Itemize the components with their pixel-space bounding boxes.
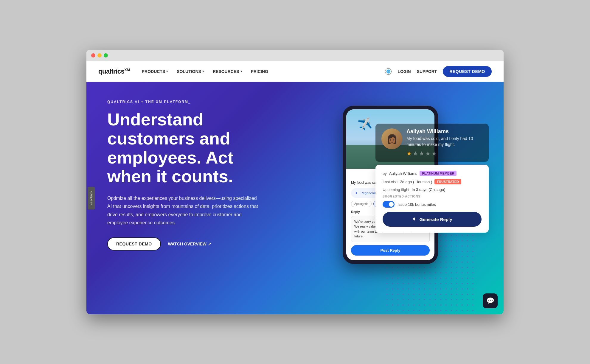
sparkle-icon: ✦	[355, 191, 358, 195]
by-label: by	[383, 171, 387, 176]
reviewer-name: Aaliyah Williams	[406, 128, 483, 135]
minimize-button[interactable]	[97, 53, 102, 57]
generate-reply-label: Generate Reply	[419, 217, 452, 222]
platinum-badge: PLATINUM MEMBER	[420, 171, 457, 176]
crm-card: by Aaliyah Williams PLATINUM MEMBER Last…	[375, 165, 489, 233]
post-reply-button[interactable]: Post Reply	[351, 245, 430, 256]
chevron-down-icon: ▾	[202, 70, 204, 73]
plane-icon: ✈️	[357, 117, 373, 132]
watch-overview-button[interactable]: WATCH OVERVIEW ↗	[168, 242, 211, 246]
chevron-down-icon: ▾	[166, 70, 168, 73]
star-4: ★	[425, 150, 431, 157]
action-text: Issue 10k bonus miles	[398, 202, 436, 207]
star-1: ★	[406, 150, 412, 157]
review-info: Aaliyah Williams My food was cold, and I…	[406, 128, 483, 157]
nav-links: PRODUCTS ▾ SOLUTIONS ▾ RESOURCES ▾ PRICI…	[142, 69, 385, 74]
customer-card-area: 👩🏾 Aaliyah Williams My food was cold, an…	[375, 124, 489, 233]
last-visit-label: Last visit	[383, 180, 398, 184]
avatar: 👩🏾	[381, 128, 402, 149]
star-rating: ★ ★ ★ ★ ★	[406, 150, 483, 157]
hero-section: Feedback QUALTRICS AI + THE XM PLATFORM_…	[86, 82, 504, 314]
hero-title: Understand customers and employees. Act …	[107, 110, 280, 186]
browser-window: qualtricsXM PRODUCTS ▾ SOLUTIONS ▾ RESOU…	[86, 50, 504, 314]
bonus-miles-toggle[interactable]	[383, 201, 395, 208]
crm-last-visit-row: Last visit 2d ago ( Houston ) FRUSTRATED	[383, 179, 482, 184]
hero-content: QUALTRICS AI + THE XM PLATFORM_ Understa…	[107, 100, 280, 251]
nav-products[interactable]: PRODUCTS ▾	[142, 69, 168, 74]
chevron-down-icon: ▾	[240, 70, 242, 73]
logo[interactable]: qualtricsXM	[98, 67, 130, 75]
request-demo-button[interactable]: REQUEST DEMO	[443, 66, 492, 77]
login-link[interactable]: LOGIN	[398, 69, 411, 74]
tag-apologetic[interactable]: Apologetic	[351, 201, 372, 207]
fullscreen-button[interactable]	[104, 53, 108, 57]
star-3: ★	[419, 150, 424, 157]
chat-icon: 💬	[486, 297, 494, 305]
support-link[interactable]: SUPPORT	[417, 69, 437, 74]
close-button[interactable]	[91, 53, 95, 57]
nav-solutions[interactable]: SOLUTIONS ▾	[177, 69, 204, 74]
upcoming-flight-label: Upcoming flight	[383, 187, 409, 192]
navbar: qualtricsXM PRODUCTS ▾ SOLUTIONS ▾ RESOU…	[86, 61, 504, 82]
review-bubble: 👩🏾 Aaliyah Williams My food was cold, an…	[375, 124, 489, 162]
crm-upcoming-flight-row: Upcoming flight In 3 days (Chicago)	[383, 187, 482, 192]
nav-resources[interactable]: RESOURCES ▾	[213, 69, 242, 74]
last-visit-value: 2d ago ( Houston )	[400, 180, 432, 184]
action-row: Issue 10k bonus miles	[383, 201, 482, 208]
generate-reply-button[interactable]: ✦ Generate Reply	[383, 212, 482, 227]
feedback-tab[interactable]: Feedback	[88, 187, 95, 209]
traffic-lights	[91, 53, 108, 57]
globe-icon[interactable]: 🌐	[385, 68, 392, 75]
nav-right: 🌐 LOGIN SUPPORT REQUEST DEMO	[385, 66, 492, 77]
hero-buttons: REQUEST DEMO WATCH OVERVIEW ↗	[107, 237, 280, 251]
star-2: ★	[413, 150, 418, 157]
hero-demo-button[interactable]: REQUEST DEMO	[107, 237, 161, 251]
logo-text: qualtricsXM	[98, 68, 130, 75]
crm-reviewer-name: Aaliyah Williams	[389, 171, 417, 176]
browser-chrome	[86, 50, 504, 61]
suggested-actions-label: SUGGESTED ACTIONS	[383, 195, 482, 198]
upcoming-flight-value: In 3 days (Chicago)	[412, 187, 445, 192]
crm-by-row: by Aaliyah Williams PLATINUM MEMBER	[383, 171, 482, 176]
chat-widget[interactable]: 💬	[483, 293, 498, 308]
reviewer-text: My food was cold, and I only had 10 minu…	[406, 136, 483, 147]
hero-subtitle: QUALTRICS AI + THE XM PLATFORM_	[107, 100, 280, 104]
hero-description: Optimize all the experiences your busine…	[107, 194, 262, 227]
nav-pricing[interactable]: PRICING	[251, 69, 268, 74]
sparkle-icon: ✦	[412, 216, 416, 223]
frustrated-badge: FRUSTRATED	[434, 179, 461, 184]
star-5: ★	[431, 150, 437, 157]
